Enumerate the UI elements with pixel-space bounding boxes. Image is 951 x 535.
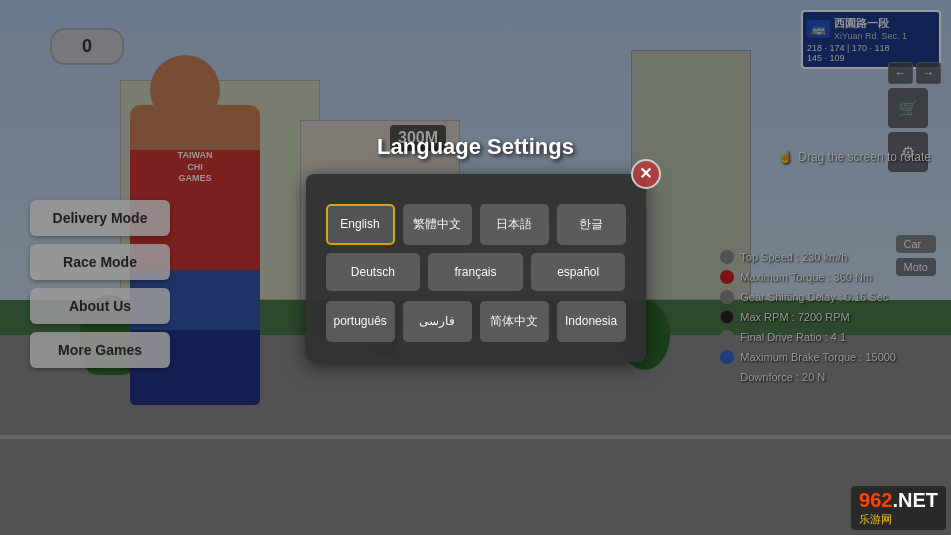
- lang-grid-row3: português فارسی 简体中文 Indonesia: [326, 301, 626, 342]
- lang-portuguese-button[interactable]: português: [326, 301, 395, 342]
- lang-korean-button[interactable]: 한글: [557, 204, 626, 245]
- lang-grid-row1: English 繁體中文 日本語 한글: [326, 204, 626, 245]
- modal-title: Language Settings: [377, 134, 574, 160]
- lang-spanish-button[interactable]: español: [531, 253, 626, 291]
- watermark-number: 962.NET: [859, 489, 938, 511]
- watermark-sub: 乐游网: [859, 512, 938, 527]
- language-modal: ✕ English 繁體中文 日本語 한글 Deutsch français e…: [306, 174, 646, 362]
- lang-simplified-chinese-button[interactable]: 简体中文: [480, 301, 549, 342]
- modal-container: Language Settings ✕ English 繁體中文 日本語 한글 …: [306, 174, 646, 362]
- lang-grid-row2: Deutsch français español: [326, 253, 626, 291]
- lang-english-button[interactable]: English: [326, 204, 395, 245]
- lang-german-button[interactable]: Deutsch: [326, 253, 421, 291]
- modal-close-button[interactable]: ✕: [631, 159, 661, 189]
- modal-overlay: Language Settings ✕ English 繁體中文 日本語 한글 …: [0, 0, 951, 535]
- watermark-box: 962.NET 乐游网: [851, 486, 946, 530]
- lang-indonesian-button[interactable]: Indonesia: [557, 301, 626, 342]
- lang-french-button[interactable]: français: [428, 253, 523, 291]
- lang-farsi-button[interactable]: فارسی: [403, 301, 472, 342]
- lang-traditional-chinese-button[interactable]: 繁體中文: [403, 204, 472, 245]
- watermark: 962.NET 乐游网: [851, 486, 946, 530]
- lang-japanese-button[interactable]: 日本語: [480, 204, 549, 245]
